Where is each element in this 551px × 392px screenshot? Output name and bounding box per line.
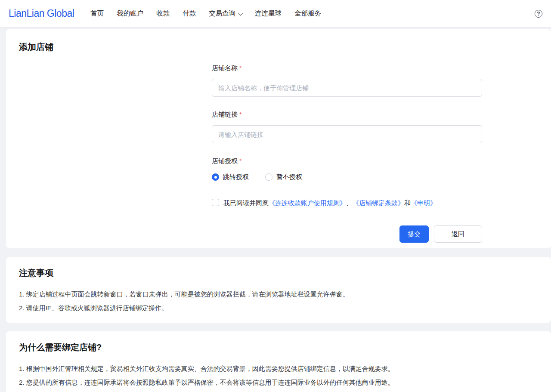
radio-redirect-authorize[interactable]: 跳转授权 [212,173,249,181]
notice-item: 1. 绑定店铺过程中页面会跳转新窗口，若窗口未弹出，可能是被您的浏览器拦截，请在… [19,287,538,301]
why-bind-title: 为什么需要绑定店铺? [19,342,538,353]
main-nav: 首页 我的账户 收款 付款 交易查询 连连星球 全部服务 [90,9,321,18]
nav-item-pay[interactable]: 付款 [183,9,196,18]
shop-link-label: 店铺链接* [212,111,482,119]
shop-auth-label: 店铺授权* [212,157,482,165]
radio-selected-icon [212,173,219,181]
link-statement[interactable]: 《申明》 [411,199,436,207]
link-shop-binding-terms[interactable]: 《店铺绑定条款》 [353,199,404,207]
nav-item-my-account[interactable]: 我的账户 [117,9,143,18]
back-button[interactable]: 返回 [434,225,482,243]
nav-item-all-services[interactable]: 全部服务 [294,9,321,18]
nav-item-home[interactable]: 首页 [90,9,104,18]
top-navigation-bar: LianLian Global 首页 我的账户 收款 付款 交易查询 连连星球 … [0,0,551,28]
shop-auth-radio-group: 跳转授权 暂不授权 [212,173,482,181]
shop-name-label: 店铺名称* [212,64,482,72]
nav-item-lianlian-planet[interactable]: 连连星球 [255,9,282,18]
add-shop-form: 店铺名称* 店铺链接* 店铺授权* 跳转授权 暂不授权 我已阅读并同意《连连收款… [212,64,482,243]
add-shop-card: 添加店铺 店铺名称* 店铺链接* 店铺授权* 跳转授权 暂不授权 我已 [6,29,551,248]
radio-not-authorize-yet[interactable]: 暂不授权 [265,173,302,181]
link-account-usage-rules[interactable]: 《连连收款账户使用规则》 [269,199,346,207]
why-bind-card: 为什么需要绑定店铺? 1. 根据中国外汇管理相关规定，贸易相关外汇收支均需要真实… [6,331,551,392]
why-bind-item: 1. 根据中国外汇管理相关规定，贸易相关外汇收支均需要真实、合法的交易背景，因此… [19,362,538,376]
help-icon[interactable]: ? [535,10,542,18]
notice-title: 注意事项 [19,267,538,279]
agreement-text: 我已阅读并同意《连连收款账户使用规则》、《店铺绑定条款》和《申明》 [223,198,436,207]
topbar-right: ? [535,10,542,18]
radio-unselected-icon [265,173,272,181]
nav-item-transaction-query[interactable]: 交易查询 [209,9,242,18]
required-marker: * [239,111,241,118]
notice-card: 注意事项 1. 绑定店铺过程中页面会跳转新窗口，若窗口未弹出，可能是被您的浏览器… [6,257,551,323]
shop-link-input[interactable] [212,125,482,143]
why-bind-item: 2. 您提供的所有信息，连连国际承诺将会按照隐私政策予以严格保密，不会将该等信息… [19,376,538,389]
notice-item: 2. 请使用IE、谷歌或火狐浏览器进行店铺绑定操作。 [19,301,538,315]
nav-item-receive[interactable]: 收款 [156,9,170,18]
agreement-row: 我已阅读并同意《连连收款账户使用规则》、《店铺绑定条款》和《申明》 [212,198,482,207]
chevron-down-icon [238,10,244,16]
agreement-checkbox[interactable] [212,199,219,206]
lianlian-global-logo[interactable]: LianLian Global [9,8,74,19]
page-title: 添加店铺 [19,41,538,53]
required-marker: * [239,157,241,164]
submit-button[interactable]: 提交 [399,225,429,243]
form-actions: 提交 返回 [212,225,482,243]
required-marker: * [239,65,241,71]
shop-name-input[interactable] [212,79,482,97]
